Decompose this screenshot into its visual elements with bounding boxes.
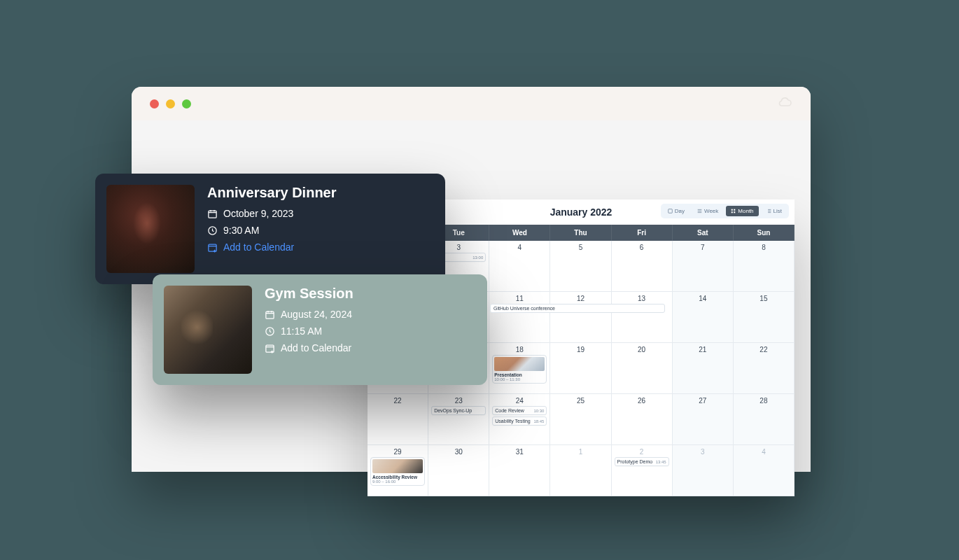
view-switcher: Day Week Month List (661, 204, 789, 218)
svg-rect-5 (734, 209, 736, 211)
dinner-photo (106, 185, 195, 273)
dinner-title: Anniversary Dinner (207, 185, 337, 201)
event-github-conference[interactable]: GitHub Universe conference (490, 304, 665, 313)
presentation-thumb (494, 357, 545, 371)
cal-cell[interactable]: 21 (673, 343, 734, 394)
svg-rect-16 (209, 244, 216, 251)
view-tab-month[interactable]: Month (726, 206, 758, 216)
cal-cell[interactable]: 26 (612, 394, 673, 445)
cal-cell[interactable]: 5 (550, 241, 611, 292)
dayhdr: Wed (489, 225, 550, 241)
dinner-date-row: October 9, 2023 (207, 208, 337, 219)
add-to-calendar-button[interactable]: Add to Calendar (207, 241, 337, 253)
cal-cell[interactable]: 20 (612, 343, 673, 394)
view-tab-list[interactable]: List (762, 206, 787, 216)
svg-rect-0 (668, 209, 672, 214)
cal-cell[interactable]: 3 (673, 445, 734, 496)
gym-time-row: 11:15 AM (265, 326, 354, 337)
calendar-title: January 2022 (550, 206, 612, 218)
event-prototype[interactable]: Prototype Demo13:45 (615, 457, 669, 466)
cal-cell[interactable]: 4 (734, 445, 794, 496)
event-devops[interactable]: DevOps Sync-Up (431, 406, 486, 415)
svg-rect-4 (732, 209, 733, 211)
cal-cell[interactable]: 19 (550, 343, 611, 394)
view-tab-week[interactable]: Week (692, 206, 723, 216)
window-header (132, 87, 811, 120)
svg-rect-6 (732, 211, 733, 213)
cal-cell[interactable]: 11 (489, 292, 550, 343)
clock-icon (207, 225, 218, 236)
dinner-time-row: 9:30 AM (207, 225, 337, 236)
view-tab-day[interactable]: Day (663, 206, 690, 216)
cal-cell[interactable]: 18 Presentation 10:00 – 11:30 (489, 343, 550, 394)
cal-cell[interactable]: 29 Accessibility Review 9:00 – 16:00 (368, 445, 428, 496)
cal-cell[interactable]: 7 (673, 241, 734, 292)
calendar-icon (207, 209, 218, 219)
event-accessibility[interactable]: Accessibility Review 9:00 – 16:00 (370, 457, 425, 486)
dayhdr: Sat (673, 225, 734, 241)
traffic-lights (150, 99, 191, 108)
cal-cell[interactable]: 27 (673, 394, 734, 445)
cal-cell[interactable]: 2 Prototype Demo13:45 (612, 445, 673, 496)
svg-rect-20 (266, 312, 274, 318)
event-codereview[interactable]: Code Review10:30 (492, 406, 547, 415)
cal-cell[interactable]: 4 (489, 241, 550, 292)
cal-cell[interactable]: 1 (550, 445, 611, 496)
calendar-add-icon (207, 242, 218, 253)
dayhdr: Fri (612, 225, 673, 241)
cal-cell[interactable]: 8 (734, 241, 794, 292)
event-popover-gym: Gym Session August 24, 2024 11:15 AM Add… (153, 274, 487, 385)
calendar-icon (265, 309, 275, 320)
dayhdr: Sun (734, 225, 794, 241)
gym-date-row: August 24, 2024 (265, 309, 354, 320)
add-to-calendar-button[interactable]: Add to Calendar (265, 342, 354, 354)
cal-cell[interactable]: 22 (368, 394, 428, 445)
cal-cell[interactable]: 23 DevOps Sync-Up (428, 394, 489, 445)
cal-cell[interactable]: 28 (734, 394, 794, 445)
cal-cell[interactable]: 30 (428, 445, 489, 496)
cal-cell[interactable]: 25 (550, 394, 611, 445)
cal-cell[interactable]: 14 (673, 292, 734, 343)
window-maximize-button[interactable] (182, 99, 191, 108)
window-minimize-button[interactable] (166, 99, 175, 108)
cal-cell[interactable]: 12 (550, 292, 611, 343)
svg-rect-25 (266, 345, 274, 352)
cal-cell[interactable]: 22 (734, 343, 794, 394)
event-presentation[interactable]: Presentation 10:00 – 11:30 (492, 355, 547, 384)
window-close-button[interactable] (150, 99, 159, 108)
clock-icon (265, 326, 275, 337)
accessibility-thumb (372, 459, 423, 473)
event-usability[interactable]: Usability Testing18:45 (492, 416, 547, 426)
gym-title: Gym Session (265, 286, 354, 302)
dayhdr: Thu (550, 225, 611, 241)
gym-photo (164, 286, 252, 374)
cal-cell[interactable]: 6 (612, 241, 673, 292)
cloud-icon (777, 97, 792, 111)
gym-info: Gym Session August 24, 2024 11:15 AM Add… (265, 286, 354, 374)
svg-rect-11 (209, 211, 216, 218)
cal-cell[interactable]: 13 (612, 292, 673, 343)
cal-cell[interactable]: 24 Code Review10:30 Usability Testing18:… (489, 394, 550, 445)
cal-cell[interactable]: 31 (489, 445, 550, 496)
event-popover-dinner: Anniversary Dinner October 9, 2023 9:30 … (95, 174, 445, 284)
calendar-add-icon (265, 343, 275, 354)
dinner-info: Anniversary Dinner October 9, 2023 9:30 … (207, 185, 337, 273)
cal-cell[interactable]: 15 (734, 292, 794, 343)
svg-rect-7 (734, 211, 736, 213)
